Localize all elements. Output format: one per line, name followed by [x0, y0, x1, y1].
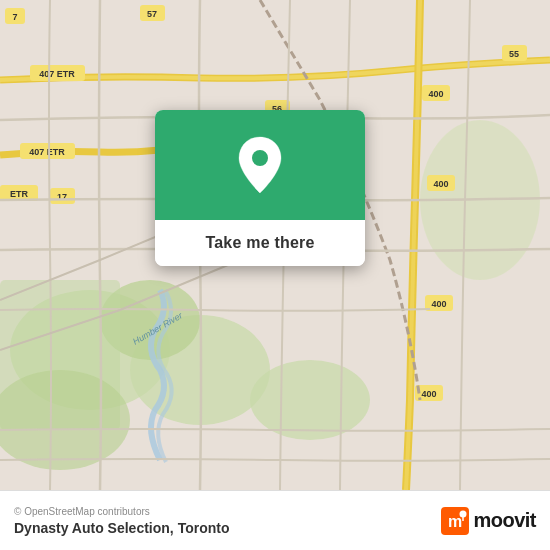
location-pin-icon — [235, 135, 285, 195]
take-me-there-button[interactable]: Take me there — [155, 220, 365, 266]
svg-text:7: 7 — [12, 12, 17, 22]
footer-info: © OpenStreetMap contributors Dynasty Aut… — [14, 506, 229, 536]
svg-text:ETR: ETR — [10, 189, 29, 199]
map-container[interactable]: 407 ETR 407 ETR 400 400 400 400 7 57 55 … — [0, 0, 550, 490]
moovit-logo[interactable]: m moovit — [441, 507, 536, 535]
svg-text:400: 400 — [421, 389, 436, 399]
location-title: Dynasty Auto Selection, Toronto — [14, 520, 229, 536]
svg-point-3 — [250, 360, 370, 440]
svg-text:57: 57 — [147, 9, 157, 19]
popup-green-header — [155, 110, 365, 220]
moovit-brand-icon: m — [441, 507, 469, 535]
svg-text:55: 55 — [509, 49, 519, 59]
copyright-text: © OpenStreetMap contributors — [14, 506, 229, 517]
svg-text:407 ETR: 407 ETR — [29, 147, 65, 157]
location-popup: Take me there — [155, 110, 365, 266]
moovit-name: moovit — [473, 509, 536, 532]
svg-point-33 — [252, 150, 268, 166]
svg-text:407 ETR: 407 ETR — [39, 69, 75, 79]
svg-point-36 — [460, 510, 467, 517]
svg-text:400: 400 — [428, 89, 443, 99]
svg-text:400: 400 — [433, 179, 448, 189]
footer-bar: © OpenStreetMap contributors Dynasty Aut… — [0, 490, 550, 550]
svg-text:400: 400 — [431, 299, 446, 309]
